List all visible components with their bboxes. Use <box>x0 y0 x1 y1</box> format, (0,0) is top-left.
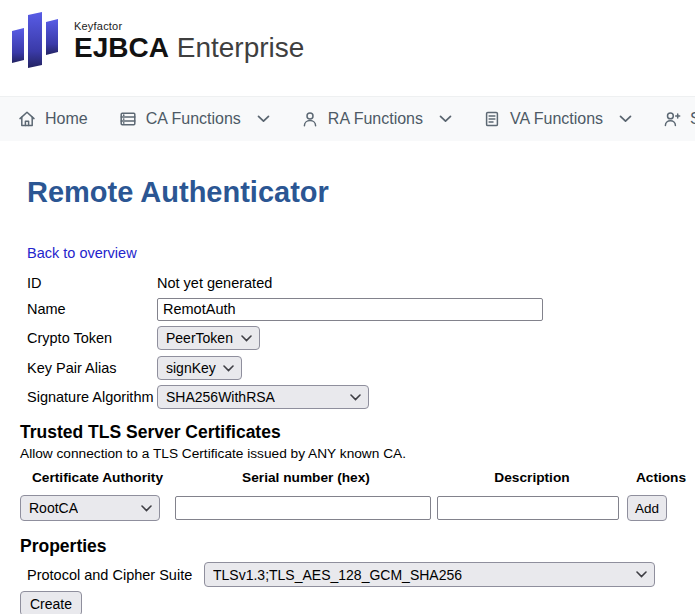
nav-item-va-functions[interactable]: VA Functions <box>483 110 632 128</box>
create-button[interactable]: Create <box>20 591 82 614</box>
back-to-overview-link[interactable]: Back to overview <box>27 245 137 261</box>
chevron-down-icon <box>636 571 647 578</box>
key-pair-alias-value: signKey <box>166 360 216 376</box>
serial-number-input[interactable] <box>175 496 431 520</box>
add-button[interactable]: Add <box>627 495 667 521</box>
content: Remote Authenticator Back to overview ID… <box>0 176 695 614</box>
keyfactor-logo-icon <box>12 10 60 68</box>
id-label: ID <box>27 275 157 291</box>
product-name: EJBCA <box>74 32 169 63</box>
column-header-certificate-authority: Certificate Authority <box>20 470 175 485</box>
chevron-down-icon <box>619 115 632 123</box>
key-pair-alias-label: Key Pair Alias <box>27 360 157 376</box>
chevron-down-icon <box>350 394 361 401</box>
column-header-description: Description <box>437 470 627 485</box>
column-header-serial-number: Serial number (hex) <box>175 470 437 485</box>
description-input[interactable] <box>437 496 619 520</box>
signature-algorithm-label: Signature Algorithm <box>27 389 157 405</box>
crypto-token-value: PeerToken <box>166 330 233 346</box>
nav-item-home[interactable]: Home <box>18 110 88 128</box>
user-plus-icon <box>663 110 681 128</box>
chevron-down-icon <box>141 505 152 512</box>
nav-item-ra-functions[interactable]: RA Functions <box>301 110 452 128</box>
keyfactor-label: Keyfactor <box>74 20 304 32</box>
chevron-down-icon <box>223 365 234 372</box>
remote-authenticator-form: ID Not yet generated Name Crypto Token P… <box>20 272 675 409</box>
chevron-down-icon <box>257 115 270 123</box>
ejbca-wordmark: Keyfactor EJBCA Enterprise <box>74 20 304 62</box>
protocol-cipher-select[interactable]: TLSv1.3;TLS_AES_128_GCM_SHA256 <box>204 562 655 587</box>
crypto-token-select[interactable]: PeerToken <box>157 326 260 350</box>
properties-heading: Properties <box>20 536 675 557</box>
va-functions-icon <box>483 110 501 128</box>
chevron-down-icon <box>241 335 252 342</box>
column-header-actions: Actions <box>627 470 695 485</box>
certificate-authority-select[interactable]: RootCA <box>20 495 160 521</box>
nav-item-label: CA Functions <box>146 110 241 128</box>
home-icon <box>18 110 36 128</box>
nav-item-label: RA Functions <box>328 110 423 128</box>
nav-item-label: VA Functions <box>510 110 603 128</box>
trusted-tls-description: Allow connection to a TLS Certificate is… <box>20 446 675 461</box>
app-header: Keyfactor EJBCA Enterprise <box>0 0 695 96</box>
certificate-authority-value: RootCA <box>29 500 78 516</box>
signature-algorithm-value: SHA256WithRSA <box>166 389 275 405</box>
page-title: Remote Authenticator <box>27 176 675 209</box>
trusted-certs-table-row: RootCA Add <box>20 495 675 521</box>
ca-functions-icon <box>119 110 137 128</box>
nav-item-label: Home <box>45 110 88 128</box>
protocol-cipher-label: Protocol and Cipher Suite <box>27 567 204 583</box>
trusted-certs-table-header: Certificate Authority Serial number (hex… <box>20 470 675 485</box>
protocol-cipher-value: TLSv1.3;TLS_AES_128_GCM_SHA256 <box>213 567 462 583</box>
id-value: Not yet generated <box>157 275 272 291</box>
ra-functions-icon <box>301 110 319 128</box>
main-nav: Home CA Functions RA Functions <box>0 96 695 141</box>
product-edition: Enterprise <box>177 32 305 63</box>
trusted-tls-heading: Trusted TLS Server Certificates <box>20 422 675 443</box>
signature-algorithm-select[interactable]: SHA256WithRSA <box>157 385 369 409</box>
name-input[interactable] <box>157 298 543 321</box>
nav-item-ca-functions[interactable]: CA Functions <box>119 110 270 128</box>
name-label: Name <box>27 301 157 317</box>
crypto-token-label: Crypto Token <box>27 330 157 346</box>
nav-item-label: Supe <box>690 110 695 128</box>
nav-item-supervision-functions[interactable]: Supe <box>663 110 695 128</box>
protocol-cipher-row: Protocol and Cipher Suite TLSv1.3;TLS_AE… <box>20 562 675 587</box>
chevron-down-icon <box>439 115 452 123</box>
key-pair-alias-select[interactable]: signKey <box>157 356 242 380</box>
